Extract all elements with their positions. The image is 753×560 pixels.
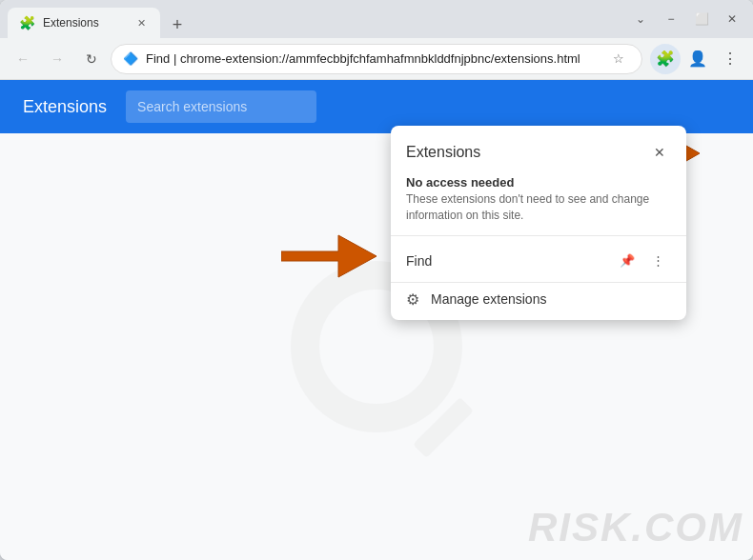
tab-title: Extensions	[43, 16, 126, 30]
refresh-button[interactable]: ↻	[76, 44, 107, 74]
popup-close-button[interactable]: ✕	[648, 141, 671, 164]
menu-button[interactable]: ⋮	[715, 44, 745, 74]
popup-manage-extensions[interactable]: ⚙ Manage extensions	[391, 282, 686, 320]
extensions-page-title: Extensions	[23, 97, 107, 117]
popup-find-name: Find	[406, 253, 606, 269]
close-button[interactable]: ✕	[719, 6, 745, 32]
site-info-icon: 🔷	[123, 51, 138, 66]
tab-extension-icon: 🧩	[19, 15, 35, 30]
profile-button[interactable]: 👤	[682, 44, 713, 74]
popup-more-button[interactable]: ⋮	[644, 248, 671, 274]
tab-close-button[interactable]: ✕	[133, 15, 149, 30]
popup-manage-label: Manage extensions	[431, 291, 546, 307]
active-tab[interactable]: 🧩 Extensions ✕	[8, 8, 160, 38]
pin-icon: 📌	[620, 253, 635, 268]
minimize-button[interactable]: −	[658, 6, 684, 32]
popup-divider	[391, 235, 686, 236]
new-tab-button[interactable]: +	[164, 11, 191, 38]
extensions-search-input[interactable]	[126, 90, 316, 123]
browser-window: 🧩 Extensions ✕ + ⌄ − ⬜ ✕ ← → ↻ 🔷 Find | …	[0, 0, 753, 560]
popup-find-item[interactable]: Find 📌 ⋮	[391, 240, 686, 282]
back-button[interactable]: ←	[8, 44, 38, 74]
popup-no-access-desc: These extensions don't need to see and c…	[391, 191, 686, 235]
watermark-text: RISK.COM	[528, 505, 743, 550]
title-bar: 🧩 Extensions ✕ + ⌄ − ⬜ ✕	[0, 0, 753, 38]
toolbar-right: 🧩 👤 ⋮	[650, 44, 745, 74]
popup-no-access-title: No access needed	[391, 171, 686, 191]
page-content: Extensions RISK.COM	[0, 80, 753, 560]
popup-pin-button[interactable]: 📌	[614, 248, 641, 274]
nav-bar: ← → ↻ 🔷 Find | chrome-extension://ammfec…	[0, 38, 753, 80]
extensions-button[interactable]: 🧩	[650, 44, 681, 74]
gear-icon: ⚙	[406, 290, 419, 309]
more-icon: ⋮	[652, 253, 664, 268]
address-actions: ☆	[607, 48, 630, 70]
popup-header: Extensions ✕	[391, 126, 686, 171]
address-bar[interactable]: 🔷 Find | chrome-extension://ammfecbbjfch…	[111, 44, 642, 74]
address-text: Find | chrome-extension://ammfecbbjfchfa…	[146, 51, 600, 66]
window-controls: ⌄ − ⬜ ✕	[627, 6, 745, 32]
tab-bar: 🧩 Extensions ✕ +	[8, 0, 620, 38]
chevron-down-button[interactable]: ⌄	[627, 6, 654, 32]
bookmark-button[interactable]: ☆	[607, 48, 630, 70]
popup-find-actions: 📌 ⋮	[614, 248, 671, 274]
maximize-button[interactable]: ⬜	[688, 6, 715, 32]
forward-button[interactable]: →	[42, 44, 72, 74]
extensions-popup: Extensions ✕ No access needed These exte…	[391, 126, 686, 320]
popup-title: Extensions	[406, 144, 480, 161]
